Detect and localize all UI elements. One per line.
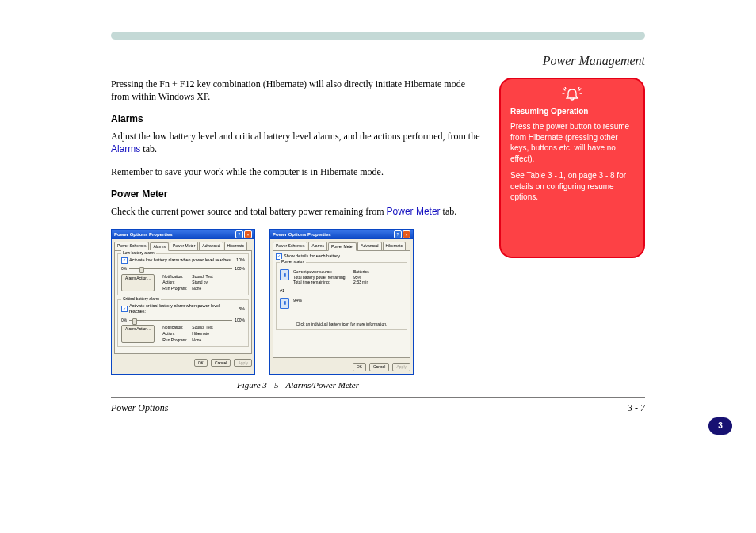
pm-total-time-label: Total time remaining: bbox=[293, 280, 349, 285]
alert-paragraph-1: Press the power button to resume from Hi… bbox=[510, 121, 634, 164]
tab-power-meter-pm[interactable]: Power Meter bbox=[328, 242, 357, 251]
low-action-value: Stand by bbox=[192, 280, 212, 285]
alarms-p1-pre: Adjust the low battery level and critica… bbox=[111, 131, 480, 142]
alarms-dialog: Power Options Properties ? × Power Schem… bbox=[111, 229, 255, 375]
pm-total-power-label: Total battery power remaining: bbox=[293, 275, 349, 280]
label-action-crit: Action: bbox=[162, 331, 187, 337]
titlebar-text-pm: Power Options Properties bbox=[273, 231, 331, 238]
low-notification-value: Sound, Text bbox=[192, 274, 212, 280]
tab-row: Power Schemes Alarms Power Meter Advance… bbox=[112, 239, 254, 250]
tab-advanced[interactable]: Advanced bbox=[199, 242, 223, 250]
pm-tab-keyword: Power Meter bbox=[387, 206, 441, 217]
low-battery-group: Low battery alarm ✓ Activate low battery… bbox=[117, 253, 249, 295]
ok-button-pm[interactable]: OK bbox=[353, 363, 366, 371]
chapter-badge: 3 bbox=[708, 417, 732, 435]
low-battery-slider-thumb[interactable] bbox=[139, 267, 144, 273]
pm-current-power-label: Current power source: bbox=[293, 269, 349, 275]
label-runprog-crit: Run Program: bbox=[162, 337, 187, 343]
tab-hibernate-pm[interactable]: Hibernate bbox=[383, 242, 407, 250]
alert-title: Resuming Operation bbox=[510, 106, 634, 117]
low-battery-legend: Low battery alarm bbox=[121, 250, 156, 256]
page-title: Power Management bbox=[543, 52, 645, 70]
scale-right-crit: 100% bbox=[235, 318, 245, 323]
low-alarm-action-button[interactable]: Alarm Action... bbox=[121, 274, 155, 291]
power-status-group: Power status ▮ Current power source:Batt… bbox=[276, 262, 407, 330]
tab-advanced-pm[interactable]: Advanced bbox=[357, 242, 381, 250]
critical-battery-legend: Critical battery alarm bbox=[121, 296, 161, 302]
titlebar: Power Options Properties ? × bbox=[112, 230, 254, 239]
battery-1-icon[interactable]: ▮ bbox=[280, 298, 289, 309]
titlebar-help-icon[interactable]: ? bbox=[235, 230, 243, 238]
alert-callout: Resuming Operation Press the power butto… bbox=[499, 78, 645, 258]
power-meter-paragraph: Check the current power source and total… bbox=[111, 205, 485, 218]
lead-paragraph: Pressing the Fn + F12 key combination (H… bbox=[111, 78, 485, 103]
power-status-legend: Power status bbox=[280, 259, 306, 265]
scale-right: 100% bbox=[235, 266, 245, 272]
scale-left-crit: 0% bbox=[121, 318, 127, 323]
ok-button[interactable]: OK bbox=[194, 359, 208, 367]
cancel-button-pm[interactable]: Cancel bbox=[369, 363, 390, 371]
bell-icon bbox=[510, 87, 634, 103]
label-runprog: Run Program: bbox=[162, 286, 187, 291]
cancel-button[interactable]: Cancel bbox=[211, 359, 231, 367]
alarms-p1-post: tab. bbox=[140, 143, 157, 154]
critical-battery-group: Critical battery alarm ✓ Activate critic… bbox=[117, 299, 249, 347]
label-notification-crit: Notification: bbox=[162, 325, 187, 330]
crit-battery-slider-row: 0% 100% bbox=[121, 318, 245, 323]
battery-1-value: 94% bbox=[293, 298, 302, 303]
critical-battery-check-label: Activate critical battery alarm when pow… bbox=[129, 303, 237, 315]
low-battery-slider[interactable] bbox=[129, 268, 232, 269]
low-battery-percent: 10% bbox=[236, 257, 245, 263]
titlebar-close-icon[interactable]: × bbox=[244, 230, 252, 238]
label-action: Action: bbox=[162, 280, 187, 285]
pm-current-power-value: Batteries bbox=[353, 269, 369, 275]
tab-hibernate[interactable]: Hibernate bbox=[224, 242, 248, 250]
battery-summary-icon: ▮ bbox=[280, 269, 289, 280]
pm-total-time-value: 2:33 min bbox=[353, 280, 368, 285]
top-divider bbox=[111, 32, 645, 40]
power-meter-heading: Power Meter bbox=[111, 188, 485, 200]
critical-battery-checkbox[interactable]: ✓ bbox=[121, 306, 128, 312]
tab-alarms-pm[interactable]: Alarms bbox=[308, 242, 327, 250]
crit-action-value: Hibernate bbox=[192, 331, 212, 337]
critical-battery-slider[interactable] bbox=[129, 320, 232, 321]
tab-power-meter[interactable]: Power Meter bbox=[170, 242, 198, 250]
tab-power-schemes[interactable]: Power Schemes bbox=[114, 242, 149, 250]
crit-notification-value: Sound, Text bbox=[192, 325, 212, 330]
pm-p-post: tab. bbox=[441, 206, 457, 217]
titlebar-close-icon-pm[interactable]: × bbox=[403, 230, 410, 238]
low-battery-check-label: Activate low battery alarm when power le… bbox=[129, 257, 232, 263]
footer-left: Power Options bbox=[111, 402, 168, 414]
footer-right: 3 - 7 bbox=[628, 402, 645, 414]
battery-number-label: #1 bbox=[280, 288, 284, 294]
pm-p-pre: Check the current power source and total… bbox=[111, 206, 387, 217]
alarms-paragraph-2: Remember to save your work while the com… bbox=[111, 166, 485, 178]
critical-battery-slider-thumb[interactable] bbox=[132, 318, 137, 325]
low-runprog-value: None bbox=[192, 286, 212, 291]
alarms-heading: Alarms bbox=[111, 112, 485, 125]
crit-runprog-value: None bbox=[192, 337, 212, 343]
label-notification: Notification: bbox=[162, 274, 187, 280]
critical-battery-percent: 3% bbox=[239, 306, 245, 312]
alarms-tab-keyword: Alarms bbox=[111, 143, 140, 154]
pm-hint-text: Click an individual battery icon for mor… bbox=[280, 322, 403, 327]
alert-paragraph-2: See Table 3 - 1, on page 3 - 8 for detai… bbox=[510, 170, 634, 203]
low-battery-checkbox[interactable]: ✓ bbox=[121, 257, 128, 264]
titlebar-text: Power Options Properties bbox=[114, 231, 173, 238]
scale-left: 0% bbox=[121, 266, 127, 272]
tab-row-pm: Power Schemes Alarms Power Meter Advance… bbox=[270, 239, 413, 250]
low-battery-slider-row: 0% 100% bbox=[121, 266, 245, 272]
apply-button-pm[interactable]: Apply bbox=[392, 363, 410, 371]
power-meter-dialog: Power Options Properties ? × Power Schem… bbox=[269, 229, 414, 375]
titlebar-help-icon-pm[interactable]: ? bbox=[394, 230, 402, 238]
alarms-paragraph-1: Adjust the low battery level and critica… bbox=[111, 130, 485, 155]
pm-total-power-value: 95% bbox=[353, 275, 361, 280]
apply-button[interactable]: Apply bbox=[234, 359, 252, 367]
crit-alarm-action-button[interactable]: Alarm Action... bbox=[121, 325, 155, 342]
titlebar-pm: Power Options Properties ? × bbox=[270, 230, 413, 239]
figure-caption: Figure 3 - 5 - Alarms/Power Meter bbox=[111, 379, 485, 391]
tab-power-schemes-pm[interactable]: Power Schemes bbox=[273, 242, 307, 250]
footer-rule bbox=[111, 397, 645, 398]
